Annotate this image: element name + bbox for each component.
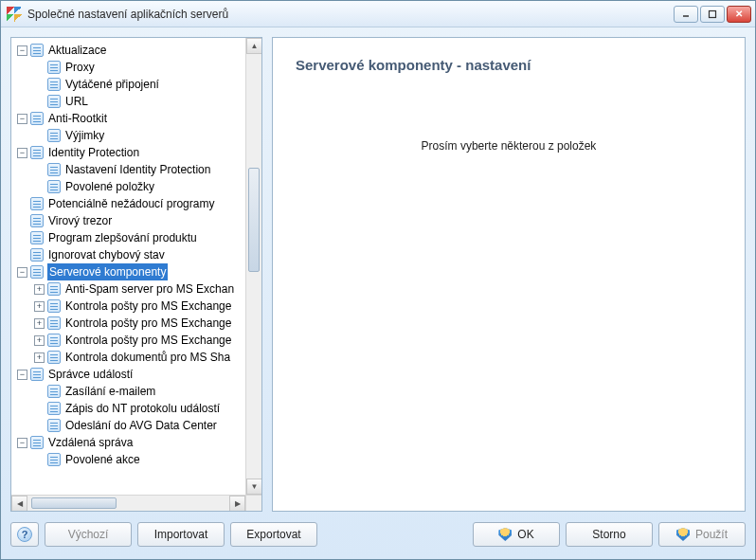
shield-icon: [676, 528, 690, 541]
detail-message: Prosím vyberte některou z položek: [296, 139, 722, 153]
collapse-icon[interactable]: −: [17, 148, 27, 158]
import-button[interactable]: Importovat: [137, 522, 225, 547]
settings-tree[interactable]: − Aktualizace Proxy Vytáčené připojení U…: [11, 38, 261, 472]
tree-item-antirootkit[interactable]: −Anti-Rootkit: [17, 110, 261, 127]
help-button[interactable]: ?: [10, 522, 39, 547]
item-icon: [47, 351, 61, 364]
tree-item-pup[interactable]: Potenciálně nežádoucí programy: [17, 195, 261, 212]
item-icon: [30, 197, 44, 210]
tree-item-kontrola2[interactable]: +Kontrola pošty pro MS Exchange: [34, 315, 261, 332]
apply-button[interactable]: Použít: [658, 522, 746, 547]
footer: ? Výchozí Importovat Exportovat OK Storn…: [1, 517, 755, 559]
item-icon: [47, 95, 61, 108]
window-title: Společné nastavení aplikačních serverů: [27, 8, 674, 21]
maximize-button[interactable]: [700, 6, 725, 23]
collapse-icon[interactable]: −: [17, 438, 27, 448]
tree-item-idp-nastaveni[interactable]: Nastavení Identity Protection: [34, 161, 261, 178]
item-icon: [47, 78, 61, 91]
folder-icon: [30, 368, 44, 381]
export-button[interactable]: Exportovat: [230, 522, 317, 547]
item-icon: [47, 453, 61, 466]
collapse-icon[interactable]: −: [17, 45, 27, 56]
tree-item-kontrola3[interactable]: +Kontrola pošty pro MS Exchange: [34, 332, 261, 349]
scroll-up-icon[interactable]: ▲: [246, 38, 261, 54]
app-icon: [7, 7, 22, 22]
folder-icon: [30, 44, 44, 57]
tree-item-vytacene[interactable]: Vytáčené připojení: [34, 76, 261, 93]
expand-icon[interactable]: +: [34, 284, 45, 295]
tree-item-pzp[interactable]: Program zlepšování produktu: [17, 229, 261, 246]
collapse-icon[interactable]: −: [17, 370, 27, 380]
tree-item-antispam[interactable]: +Anti-Spam server pro MS Exchan: [34, 280, 261, 298]
help-icon: ?: [17, 527, 32, 542]
scroll-thumb[interactable]: [31, 497, 117, 509]
settings-window: Společné nastavení aplikačních serverů ✕…: [0, 0, 756, 560]
scroll-right-icon[interactable]: ▶: [229, 496, 245, 511]
window-buttons: ✕: [674, 6, 751, 23]
item-icon: [30, 248, 44, 262]
item-icon: [47, 282, 61, 296]
expand-icon[interactable]: +: [34, 318, 45, 329]
default-button[interactable]: Výchozí: [45, 522, 132, 547]
content-area: − Aktualizace Proxy Vytáčené připojení U…: [1, 27, 755, 517]
tree-item-trezor[interactable]: Virový trezor: [17, 212, 261, 229]
shield-icon: [498, 528, 512, 541]
tree-item-idp[interactable]: −Identity Protection: [17, 144, 261, 161]
tree-pane: − Aktualizace Proxy Vytáčené připojení U…: [10, 37, 262, 512]
item-icon: [30, 214, 44, 227]
titlebar: Společné nastavení aplikačních serverů ✕: [1, 1, 755, 27]
collapse-icon[interactable]: −: [17, 114, 27, 124]
scroll-corner: [245, 495, 261, 511]
svg-rect-1: [710, 10, 716, 17]
scroll-down-icon[interactable]: ▼: [246, 479, 261, 495]
folder-icon: [30, 146, 44, 159]
item-icon: [30, 231, 44, 244]
item-icon: [47, 180, 61, 193]
item-icon: [47, 419, 61, 432]
tree-item-chybovy[interactable]: Ignorovat chybový stav: [17, 246, 261, 263]
tree-item-proxy[interactable]: Proxy: [34, 59, 261, 76]
tree-item-avg[interactable]: Odeslání do AVG Data Center: [34, 417, 261, 434]
expand-icon[interactable]: +: [34, 301, 45, 312]
collapse-icon[interactable]: −: [17, 267, 27, 278]
tree-scroll: − Aktualizace Proxy Vytáčené připojení U…: [11, 38, 261, 511]
vertical-scrollbar[interactable]: ▲ ▼: [245, 38, 261, 495]
item-icon: [47, 129, 61, 142]
tree-item-email[interactable]: Zasílání e-mailem: [34, 383, 261, 400]
item-icon: [47, 163, 61, 176]
item-icon: [47, 61, 61, 74]
scroll-left-icon[interactable]: ◀: [11, 496, 27, 511]
horizontal-scrollbar[interactable]: ◀ ▶: [11, 495, 245, 511]
expand-icon[interactable]: +: [34, 352, 45, 363]
item-icon: [47, 334, 61, 347]
tree-item-idp-povolene[interactable]: Povolené položky: [34, 178, 261, 195]
item-icon: [47, 316, 61, 330]
ok-button[interactable]: OK: [473, 522, 560, 547]
tree-item-url[interactable]: URL: [34, 93, 261, 110]
tree-item-kontrola1[interactable]: +Kontrola pošty pro MS Exchange: [34, 298, 261, 315]
folder-icon: [30, 436, 44, 449]
expand-icon[interactable]: +: [34, 335, 45, 346]
tree-item-vzdalena[interactable]: −Vzdálená správa: [17, 434, 261, 451]
folder-icon: [30, 112, 44, 125]
close-button[interactable]: ✕: [727, 6, 751, 23]
folder-icon: [30, 265, 44, 279]
tree-item-dokumenty[interactable]: +Kontrola dokumentů pro MS Sha: [34, 349, 261, 366]
tree-item-akce[interactable]: Povolené akce: [34, 451, 261, 468]
cancel-button[interactable]: Storno: [566, 522, 653, 547]
minimize-button[interactable]: [674, 6, 698, 23]
detail-title: Serverové komponenty - nastavení: [296, 57, 722, 73]
scroll-thumb[interactable]: [248, 168, 260, 272]
tree-item-spravce[interactable]: −Správce událostí: [17, 366, 261, 383]
item-icon: [47, 299, 61, 313]
tree-item-vyjimky[interactable]: Výjimky: [34, 127, 261, 144]
tree-item-aktualizace[interactable]: − Aktualizace: [17, 42, 261, 59]
tree-item-nt[interactable]: Zápis do NT protokolu událostí: [34, 400, 261, 417]
item-icon: [47, 385, 61, 398]
detail-pane: Serverové komponenty - nastavení Prosím …: [272, 37, 746, 512]
tree-item-serverove[interactable]: −Serverové komponenty: [17, 263, 261, 280]
item-icon: [47, 402, 61, 415]
